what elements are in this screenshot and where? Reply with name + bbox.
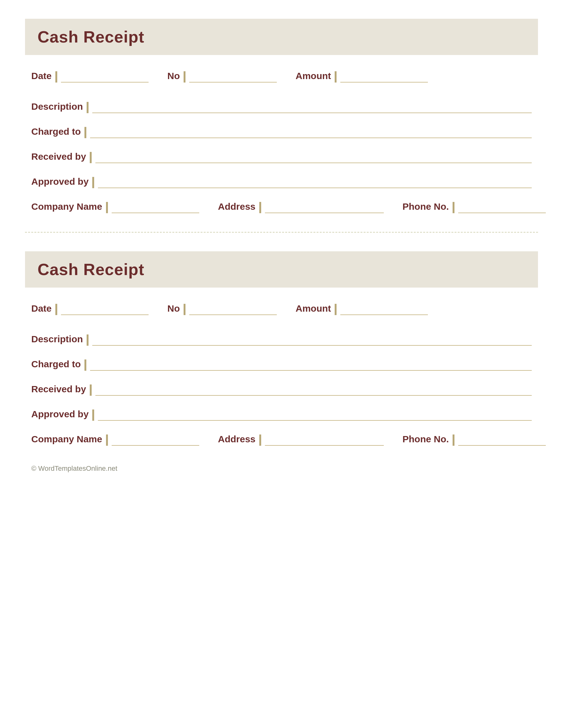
charged-to-input-1[interactable] <box>90 127 532 138</box>
amount-separator-2 <box>335 304 337 315</box>
description-row-1: Description <box>25 101 538 113</box>
amount-input-2[interactable] <box>340 304 428 315</box>
company-name-field-1: Company Name <box>31 201 199 213</box>
received-by-row-2: Received by <box>25 384 538 396</box>
charged-to-separator-1 <box>84 127 86 138</box>
approved-by-input-2[interactable] <box>98 409 532 421</box>
amount-label-1: Amount <box>296 71 331 83</box>
no-input-1[interactable] <box>189 71 277 83</box>
description-row-2: Description <box>25 334 538 346</box>
address-field-1: Address <box>218 201 384 213</box>
received-by-label-1: Received by <box>31 151 86 163</box>
address-input-1[interactable] <box>265 202 384 213</box>
date-field-2: Date <box>31 303 148 315</box>
date-label-2: Date <box>31 303 52 315</box>
description-separator-2 <box>87 334 88 346</box>
received-by-input-2[interactable] <box>95 384 532 396</box>
charged-to-label-1: Charged to <box>31 126 81 138</box>
address-field-2: Address <box>218 434 384 446</box>
company-name-input-1[interactable] <box>112 202 199 213</box>
receipt-divider <box>25 232 538 233</box>
description-separator-1 <box>87 102 88 113</box>
charged-to-row-2: Charged to <box>25 359 538 371</box>
approved-by-row-1: Approved by <box>25 176 538 188</box>
company-row-2: Company Name Address Phone No. <box>25 434 538 446</box>
address-separator-1 <box>259 202 261 213</box>
date-input-1[interactable] <box>61 71 148 83</box>
approved-by-separator-1 <box>92 177 94 188</box>
approved-by-label-2: Approved by <box>31 409 88 421</box>
amount-separator-1 <box>335 71 337 83</box>
description-label-2: Description <box>31 334 83 346</box>
address-separator-2 <box>259 434 261 446</box>
approved-by-row-2: Approved by <box>25 409 538 421</box>
date-no-amount-row-2: Date No Amount <box>25 303 538 315</box>
no-field-2: No <box>167 303 277 315</box>
address-input-2[interactable] <box>265 434 384 446</box>
received-by-input-1[interactable] <box>95 152 532 163</box>
no-separator-2 <box>183 304 185 315</box>
receipt-container: Cash Receipt Date No Amount Description <box>25 19 538 473</box>
description-label-1: Description <box>31 101 83 113</box>
amount-field-1: Amount <box>296 71 428 83</box>
company-row-1: Company Name Address Phone No. <box>25 201 538 213</box>
phone-no-label-2: Phone No. <box>403 434 449 446</box>
company-name-separator-2 <box>106 434 108 446</box>
no-field-1: No <box>167 71 277 83</box>
company-name-label-1: Company Name <box>31 201 102 213</box>
phone-no-field-2: Phone No. <box>403 434 546 446</box>
description-input-1[interactable] <box>92 102 532 113</box>
receipt-header-2: Cash Receipt <box>25 251 538 288</box>
received-by-separator-1 <box>90 152 92 163</box>
phone-no-input-1[interactable] <box>458 202 546 213</box>
receipt-header-1: Cash Receipt <box>25 19 538 55</box>
phone-no-field-1: Phone No. <box>403 201 546 213</box>
company-name-label-2: Company Name <box>31 434 102 446</box>
receipt-block-1: Cash Receipt Date No Amount Description <box>25 19 538 213</box>
date-input-2[interactable] <box>61 304 148 315</box>
received-by-separator-2 <box>90 384 92 396</box>
received-by-label-2: Received by <box>31 384 86 396</box>
received-by-row-1: Received by <box>25 151 538 163</box>
date-label-1: Date <box>31 71 52 83</box>
date-separator-2 <box>55 304 57 315</box>
amount-input-1[interactable] <box>340 71 428 83</box>
approved-by-input-1[interactable] <box>98 177 532 188</box>
charged-to-separator-2 <box>84 359 86 371</box>
date-field-1: Date <box>31 71 148 83</box>
phone-no-input-2[interactable] <box>458 434 546 446</box>
charged-to-label-2: Charged to <box>31 359 81 371</box>
address-label-2: Address <box>218 434 255 446</box>
company-name-input-2[interactable] <box>112 434 199 446</box>
date-separator-1 <box>55 71 57 83</box>
receipt-title-1: Cash Receipt <box>38 28 144 46</box>
amount-field-2: Amount <box>296 303 428 315</box>
company-name-field-2: Company Name <box>31 434 199 446</box>
phone-no-separator-2 <box>453 434 455 446</box>
company-name-separator-1 <box>106 202 108 213</box>
copyright-text: © WordTemplatesOnline.net <box>31 464 117 472</box>
receipt-title-2: Cash Receipt <box>38 260 144 279</box>
amount-label-2: Amount <box>296 303 331 315</box>
approved-by-label-1: Approved by <box>31 176 88 188</box>
charged-to-input-2[interactable] <box>90 359 532 371</box>
charged-to-row-1: Charged to <box>25 126 538 138</box>
no-input-2[interactable] <box>189 304 277 315</box>
no-label-2: No <box>167 303 180 315</box>
approved-by-separator-2 <box>92 409 94 421</box>
description-input-2[interactable] <box>92 334 532 346</box>
phone-no-separator-1 <box>453 202 455 213</box>
no-label-1: No <box>167 71 180 83</box>
no-separator-1 <box>183 71 185 83</box>
address-label-1: Address <box>218 201 255 213</box>
footer: © WordTemplatesOnline.net <box>25 464 538 473</box>
date-no-amount-row-1: Date No Amount <box>25 71 538 83</box>
phone-no-label-1: Phone No. <box>403 201 449 213</box>
receipt-block-2: Cash Receipt Date No Amount Description <box>25 251 538 446</box>
